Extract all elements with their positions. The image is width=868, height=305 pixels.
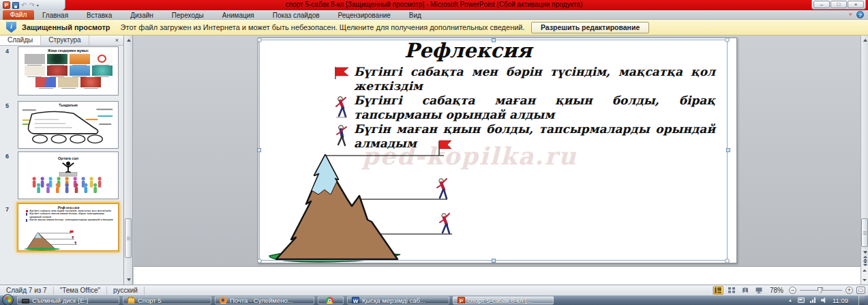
scroll-up-icon[interactable] (125, 36, 132, 44)
slides-panel-header: Слайды Структура × (0, 35, 123, 46)
notes-scroll-down-icon[interactable] (863, 279, 867, 281)
selection-handle-right-middle[interactable] (726, 148, 730, 152)
vertical-scrollbar[interactable] (860, 35, 868, 266)
selection-handle-bottom-right[interactable] (725, 259, 730, 263)
scrollbar-thumb[interactable] (125, 218, 132, 258)
powerpoint-app-icon[interactable]: P (3, 1, 10, 9)
panel-close-icon[interactable]: × (110, 35, 123, 45)
tab-outline[interactable]: Структура (41, 35, 89, 45)
editing-workspace: ped-kopilka.ru Рефлексия Бүгінгі сабақта… (134, 35, 860, 266)
selection-handle-top-right[interactable] (725, 38, 730, 42)
slide-thumbnail-6[interactable]: Ортаға сал (18, 151, 119, 199)
tab-review[interactable]: Рецензирование (338, 12, 391, 19)
taskbar-item-label: спорт 5-сабак 8-кл [... (468, 297, 532, 304)
chrome-icon (326, 297, 333, 304)
title-bar: P ↶ ↷ ▾ спорт 5-сабак 8-кл [Защищенный п… (0, 0, 868, 10)
slide-sorter-view-button[interactable] (727, 286, 737, 295)
taskbar-item-folder[interactable]: Спорт 5 (123, 296, 211, 304)
thumb-image-grid (18, 53, 118, 89)
slide-thumbnail-4[interactable]: Жаңа сөздермен жұмыс (18, 46, 119, 96)
reading-view-button[interactable] (740, 286, 751, 295)
slide-number: 4 (5, 48, 9, 55)
zoom-slider[interactable] (800, 287, 842, 294)
scrollbar-thumb[interactable] (861, 218, 868, 247)
window-title: спорт 5-сабак 8-кл [Защищенный просмотр]… (75, 1, 793, 8)
crowd-graphic (18, 161, 118, 194)
selection-handle-top-left[interactable] (257, 38, 262, 42)
tab-transitions[interactable]: Переходы (172, 12, 204, 19)
language-indicator[interactable]: русский (107, 287, 145, 295)
enable-editing-button[interactable]: Разрешить редактирование (531, 22, 649, 33)
skate-diagram (18, 107, 118, 145)
tab-animations[interactable]: Анимация (222, 12, 254, 19)
firefox-icon (220, 297, 227, 304)
selection-handle-top-middle[interactable] (492, 38, 496, 42)
action-center-icon[interactable] (798, 297, 805, 303)
redo-icon[interactable]: ↷ (29, 2, 34, 9)
thumb-title: Ортаға сал (18, 156, 118, 161)
zoom-out-button[interactable]: − (789, 287, 796, 294)
slide-thumbnail-5[interactable]: Тыңдалым (18, 101, 119, 149)
qat-customize-dropdown-icon[interactable]: ▾ (37, 3, 39, 8)
close-button[interactable]: × (848, 1, 864, 8)
heart-icon: ♥ (849, 12, 852, 18)
powerpoint-icon: P (458, 297, 465, 304)
slides-panel-scrollbar[interactable] (124, 35, 133, 285)
tab-slideshow[interactable]: Показ слайдов (273, 12, 320, 19)
info-shield-icon: i (6, 22, 16, 33)
selection-border[interactable] (259, 40, 728, 261)
status-bar-right: 78% − + (713, 287, 868, 295)
slide-canvas[interactable]: ped-kopilka.ru Рефлексия Бүгінгі сабақта… (258, 38, 737, 263)
thumb-mountain (21, 230, 103, 250)
restore-button[interactable]: □ (830, 1, 847, 8)
fit-to-window-button[interactable] (856, 287, 865, 294)
notes-scrollbar[interactable] (860, 266, 868, 285)
taskbar-clock[interactable]: 11:09 (833, 297, 848, 304)
start-button[interactable] (2, 294, 14, 305)
tab-design[interactable]: Дизайн (130, 12, 153, 19)
ribbon-tabs: Главная Вставка Дизайн Переходы Анимация… (42, 10, 421, 20)
network-signal-icon[interactable] (810, 297, 815, 303)
protected-view-label: Защищенный просмотр (22, 23, 110, 31)
taskbar-item-chrome[interactable] (318, 296, 344, 304)
scroll-up-icon[interactable] (861, 36, 868, 44)
selection-handle-left-middle[interactable] (257, 148, 261, 152)
tab-insert[interactable]: Вставка (87, 12, 112, 19)
slide-number: 6 (5, 153, 9, 160)
taskbar-item-word[interactable]: W Қысқа мерзімді саб... (347, 296, 449, 304)
slideshow-view-button[interactable] (754, 286, 764, 295)
zoom-in-button[interactable]: + (845, 287, 853, 294)
taskbar-item-label: Съемный диск (E:) (32, 297, 88, 304)
tab-slides-thumbnails[interactable]: Слайды (0, 35, 41, 45)
zoom-percentage: 78% (770, 287, 783, 294)
save-icon[interactable] (12, 2, 19, 9)
notes-scroll-up-icon[interactable] (863, 270, 867, 272)
slide-number: 7 (5, 206, 9, 213)
notes-pane[interactable] (134, 266, 860, 285)
status-bar: Слайд 7 из 7 "Тема Office" русский 78% −… (0, 285, 868, 295)
slide-thumbnail-7[interactable]: Рефлексия Бүгінгі сабақта мен бәрін түсі… (18, 203, 119, 251)
tab-file[interactable]: Файл (3, 10, 34, 20)
tab-view[interactable]: Вид (409, 12, 421, 19)
powerpoint-window: P ↶ ↷ ▾ спорт 5-сабак 8-кл [Защищенный п… (0, 0, 868, 305)
show-desktop-button[interactable] (858, 295, 865, 305)
zoom-slider-thumb[interactable] (818, 287, 823, 293)
ribbon-right-icons: ♥ ? (849, 11, 864, 18)
protected-view-banner: i Защищенный просмотр Этот файл загружен… (0, 20, 868, 35)
tab-home[interactable]: Главная (42, 12, 68, 19)
taskbar-item-mail[interactable]: Почта - Сулеймено... (215, 296, 314, 304)
ribbon-tab-row: Файл Главная Вставка Дизайн Переходы Ани… (0, 10, 868, 20)
taskbar-item-label: Спорт 5 (138, 297, 162, 304)
help-icon[interactable]: ? (856, 11, 864, 18)
undo-icon[interactable]: ↶ (21, 2, 27, 9)
selection-handle-bottom-left[interactable] (257, 259, 262, 263)
selection-handle-bottom-middle[interactable] (492, 259, 496, 263)
normal-view-button[interactable] (713, 286, 723, 295)
speaker-icon[interactable] (821, 297, 827, 304)
taskbar-item-powerpoint[interactable]: P спорт 5-сабак 8-кл [... (453, 296, 554, 304)
system-tray: ▲ 11:09 (788, 295, 868, 305)
minimize-button[interactable]: – (813, 1, 830, 8)
taskbar-item-removable-disk[interactable]: Съемный диск (E:) (17, 296, 119, 304)
show-hidden-icons-caret[interactable]: ▲ (788, 298, 792, 302)
scroll-down-icon[interactable] (125, 276, 132, 284)
